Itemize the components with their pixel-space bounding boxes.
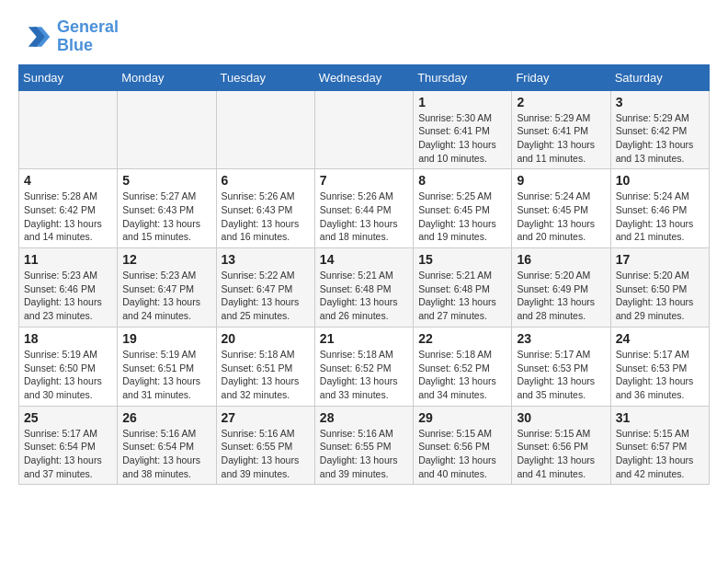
day-content: Sunrise: 5:28 AM Sunset: 6:42 PM Dayligh… [24, 190, 112, 244]
day-number: 20 [222, 331, 310, 346]
calendar-cell [216, 90, 314, 169]
calendar-table: SundayMondayTuesdayWednesdayThursdayFrid… [18, 64, 710, 486]
page-header: General Blue [18, 18, 710, 55]
calendar-cell: 1Sunrise: 5:30 AM Sunset: 6:41 PM Daylig… [414, 90, 512, 169]
day-number: 25 [24, 410, 112, 425]
day-number: 4 [24, 173, 112, 188]
day-content: Sunrise: 5:19 AM Sunset: 6:51 PM Dayligh… [122, 348, 210, 402]
calendar-cell: 12Sunrise: 5:23 AM Sunset: 6:47 PM Dayli… [118, 248, 216, 327]
day-content: Sunrise: 5:17 AM Sunset: 6:53 PM Dayligh… [616, 348, 704, 402]
day-content: Sunrise: 5:24 AM Sunset: 6:45 PM Dayligh… [517, 190, 605, 244]
day-number: 8 [418, 173, 506, 188]
weekday-header-saturday: Saturday [610, 64, 709, 90]
weekday-header-tuesday: Tuesday [216, 64, 314, 90]
calendar-week-row: 4Sunrise: 5:28 AM Sunset: 6:42 PM Daylig… [19, 169, 710, 248]
day-number: 1 [418, 95, 506, 109]
weekday-header-wednesday: Wednesday [314, 64, 413, 90]
day-number: 29 [418, 410, 506, 425]
day-content: Sunrise: 5:16 AM Sunset: 6:55 PM Dayligh… [320, 427, 408, 481]
calendar-cell: 19Sunrise: 5:19 AM Sunset: 6:51 PM Dayli… [118, 327, 216, 406]
day-number: 11 [24, 252, 112, 267]
calendar-cell: 21Sunrise: 5:18 AM Sunset: 6:52 PM Dayli… [314, 327, 413, 406]
logo-icon [18, 20, 51, 53]
calendar-cell: 17Sunrise: 5:20 AM Sunset: 6:50 PM Dayli… [610, 248, 709, 327]
calendar-cell: 25Sunrise: 5:17 AM Sunset: 6:54 PM Dayli… [19, 406, 118, 485]
day-number: 24 [616, 331, 704, 346]
calendar-week-row: 25Sunrise: 5:17 AM Sunset: 6:54 PM Dayli… [19, 406, 710, 485]
calendar-week-row: 1Sunrise: 5:30 AM Sunset: 6:41 PM Daylig… [19, 90, 710, 169]
day-content: Sunrise: 5:18 AM Sunset: 6:52 PM Dayligh… [320, 348, 408, 402]
day-content: Sunrise: 5:26 AM Sunset: 6:44 PM Dayligh… [320, 190, 408, 244]
day-content: Sunrise: 5:24 AM Sunset: 6:46 PM Dayligh… [616, 190, 704, 244]
day-content: Sunrise: 5:25 AM Sunset: 6:45 PM Dayligh… [418, 190, 506, 244]
calendar-cell: 11Sunrise: 5:23 AM Sunset: 6:46 PM Dayli… [19, 248, 118, 327]
calendar-header: SundayMondayTuesdayWednesdayThursdayFrid… [19, 64, 710, 90]
calendar-cell: 15Sunrise: 5:21 AM Sunset: 6:48 PM Dayli… [414, 248, 512, 327]
day-content: Sunrise: 5:15 AM Sunset: 6:57 PM Dayligh… [616, 427, 704, 481]
logo: General Blue [18, 18, 119, 55]
day-content: Sunrise: 5:17 AM Sunset: 6:54 PM Dayligh… [24, 427, 112, 481]
day-number: 26 [122, 410, 210, 425]
day-number: 6 [222, 173, 310, 188]
calendar-cell: 20Sunrise: 5:18 AM Sunset: 6:51 PM Dayli… [216, 327, 314, 406]
calendar-cell: 7Sunrise: 5:26 AM Sunset: 6:44 PM Daylig… [314, 169, 413, 248]
calendar-cell: 2Sunrise: 5:29 AM Sunset: 6:41 PM Daylig… [512, 90, 610, 169]
day-content: Sunrise: 5:27 AM Sunset: 6:43 PM Dayligh… [122, 190, 210, 244]
day-number: 27 [222, 410, 310, 425]
day-content: Sunrise: 5:29 AM Sunset: 6:41 PM Dayligh… [517, 111, 605, 166]
calendar-cell [19, 90, 118, 169]
day-content: Sunrise: 5:18 AM Sunset: 6:52 PM Dayligh… [418, 348, 506, 402]
day-content: Sunrise: 5:19 AM Sunset: 6:50 PM Dayligh… [24, 348, 112, 402]
calendar-cell: 8Sunrise: 5:25 AM Sunset: 6:45 PM Daylig… [414, 169, 512, 248]
calendar-cell: 30Sunrise: 5:15 AM Sunset: 6:56 PM Dayli… [512, 406, 610, 485]
calendar-cell: 13Sunrise: 5:22 AM Sunset: 6:47 PM Dayli… [216, 248, 314, 327]
day-number: 14 [320, 252, 408, 267]
weekday-header-thursday: Thursday [414, 64, 512, 90]
day-content: Sunrise: 5:15 AM Sunset: 6:56 PM Dayligh… [418, 427, 506, 481]
day-content: Sunrise: 5:20 AM Sunset: 6:50 PM Dayligh… [616, 269, 704, 323]
calendar-cell: 29Sunrise: 5:15 AM Sunset: 6:56 PM Dayli… [414, 406, 512, 485]
calendar-cell: 24Sunrise: 5:17 AM Sunset: 6:53 PM Dayli… [610, 327, 709, 406]
day-number: 12 [122, 252, 210, 267]
day-number: 15 [418, 252, 506, 267]
day-number: 31 [616, 410, 704, 425]
day-number: 7 [320, 173, 408, 188]
day-content: Sunrise: 5:21 AM Sunset: 6:48 PM Dayligh… [418, 269, 506, 323]
day-number: 19 [122, 331, 210, 346]
calendar-cell: 23Sunrise: 5:17 AM Sunset: 6:53 PM Dayli… [512, 327, 610, 406]
day-number: 30 [517, 410, 605, 425]
day-number: 10 [616, 173, 704, 188]
calendar-cell: 5Sunrise: 5:27 AM Sunset: 6:43 PM Daylig… [118, 169, 216, 248]
calendar-cell: 4Sunrise: 5:28 AM Sunset: 6:42 PM Daylig… [19, 169, 118, 248]
day-content: Sunrise: 5:26 AM Sunset: 6:43 PM Dayligh… [222, 190, 310, 244]
weekday-header-monday: Monday [118, 64, 216, 90]
calendar-cell: 6Sunrise: 5:26 AM Sunset: 6:43 PM Daylig… [216, 169, 314, 248]
calendar-cell: 28Sunrise: 5:16 AM Sunset: 6:55 PM Dayli… [314, 406, 413, 485]
day-content: Sunrise: 5:21 AM Sunset: 6:48 PM Dayligh… [320, 269, 408, 323]
calendar-cell: 14Sunrise: 5:21 AM Sunset: 6:48 PM Dayli… [314, 248, 413, 327]
day-number: 17 [616, 252, 704, 267]
calendar-cell: 9Sunrise: 5:24 AM Sunset: 6:45 PM Daylig… [512, 169, 610, 248]
day-content: Sunrise: 5:30 AM Sunset: 6:41 PM Dayligh… [418, 111, 506, 166]
calendar-week-row: 18Sunrise: 5:19 AM Sunset: 6:50 PM Dayli… [19, 327, 710, 406]
calendar-cell: 3Sunrise: 5:29 AM Sunset: 6:42 PM Daylig… [610, 90, 709, 169]
day-number: 3 [616, 95, 704, 109]
day-number: 9 [517, 173, 605, 188]
day-content: Sunrise: 5:16 AM Sunset: 6:54 PM Dayligh… [122, 427, 210, 481]
calendar-week-row: 11Sunrise: 5:23 AM Sunset: 6:46 PM Dayli… [19, 248, 710, 327]
logo-text: General Blue [57, 18, 119, 55]
calendar-cell: 31Sunrise: 5:15 AM Sunset: 6:57 PM Dayli… [610, 406, 709, 485]
day-content: Sunrise: 5:23 AM Sunset: 6:46 PM Dayligh… [24, 269, 112, 323]
calendar-cell: 10Sunrise: 5:24 AM Sunset: 6:46 PM Dayli… [610, 169, 709, 248]
calendar-cell: 22Sunrise: 5:18 AM Sunset: 6:52 PM Dayli… [414, 327, 512, 406]
day-number: 16 [517, 252, 605, 267]
calendar-cell: 16Sunrise: 5:20 AM Sunset: 6:49 PM Dayli… [512, 248, 610, 327]
day-number: 23 [517, 331, 605, 346]
weekday-header-sunday: Sunday [19, 64, 118, 90]
weekday-header-friday: Friday [512, 64, 610, 90]
day-content: Sunrise: 5:29 AM Sunset: 6:42 PM Dayligh… [616, 111, 704, 166]
day-number: 5 [122, 173, 210, 188]
day-number: 2 [517, 95, 605, 109]
calendar-cell [118, 90, 216, 169]
day-content: Sunrise: 5:18 AM Sunset: 6:51 PM Dayligh… [222, 348, 310, 402]
